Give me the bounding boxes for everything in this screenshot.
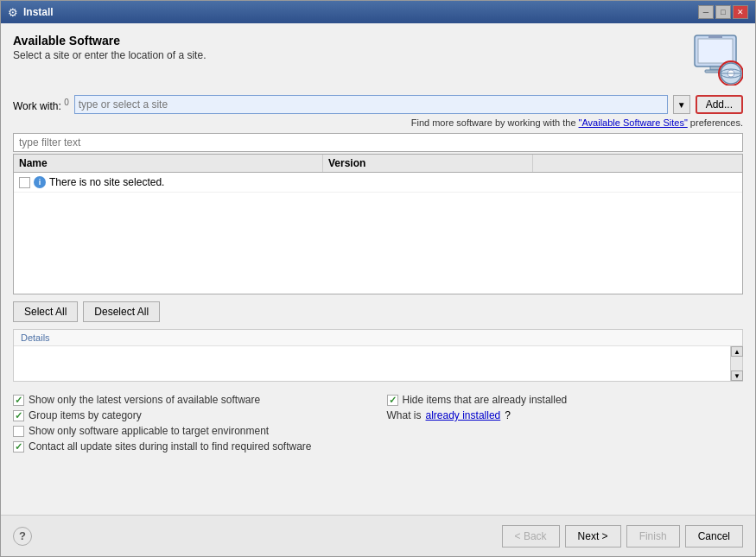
option-already-installed-link-row: What is already installed? bbox=[387, 409, 744, 421]
details-header: Details bbox=[14, 330, 742, 346]
buttons-row: Select All Deselect All bbox=[13, 301, 743, 322]
question-mark: ? bbox=[505, 409, 511, 421]
table-header: Name Version bbox=[14, 155, 742, 173]
title-bar: ⚙ Install ─ □ ✕ bbox=[1, 1, 755, 23]
table-body: i There is no site selected. bbox=[14, 173, 742, 294]
row-checkbox[interactable] bbox=[19, 177, 30, 188]
help-button[interactable]: ? bbox=[13, 527, 32, 546]
opt-contact-sites-label: Contact all update sites during install … bbox=[29, 440, 312, 453]
details-section: Details ▲ ▼ bbox=[13, 329, 743, 382]
checkmark-icon: ✓ bbox=[15, 395, 22, 406]
deselect-all-button[interactable]: Deselect All bbox=[83, 301, 160, 322]
main-content: Available Software Select a site or ente… bbox=[1, 23, 755, 515]
opt-hide-installed-label: Hide items that are already installed bbox=[403, 394, 568, 406]
svg-rect-2 bbox=[708, 35, 722, 38]
maximize-button[interactable]: □ bbox=[715, 5, 731, 19]
opt-target-env-label: Show only software applicable to target … bbox=[29, 425, 269, 437]
option-show-latest: ✓ Show only the latest versions of avail… bbox=[13, 394, 370, 406]
table-name-cell: i There is no site selected. bbox=[19, 176, 327, 188]
options-grid: ✓ Show only the latest versions of avail… bbox=[13, 394, 743, 453]
table-col-name: Name bbox=[14, 155, 323, 172]
checkmark-icon4: ✓ bbox=[15, 441, 22, 453]
table-row: i There is no site selected. bbox=[14, 173, 742, 193]
details-body: ▲ ▼ bbox=[14, 346, 742, 381]
scrollbar-down[interactable]: ▼ bbox=[731, 370, 743, 381]
details-label: Details bbox=[21, 332, 50, 343]
table-col-other bbox=[533, 155, 742, 172]
site-input[interactable] bbox=[74, 95, 668, 114]
finish-button[interactable]: Finish bbox=[626, 525, 680, 548]
opt-hide-installed-checkbox[interactable]: ✓ bbox=[387, 395, 398, 406]
checkmark-icon3: ✓ bbox=[15, 410, 22, 421]
option-group-category: ✓ Group items by category bbox=[13, 409, 370, 421]
bottom-bar: ? < Back Next > Finish Cancel bbox=[1, 515, 755, 556]
info-icon: i bbox=[34, 176, 46, 188]
back-button[interactable]: < Back bbox=[502, 525, 560, 548]
close-button[interactable]: ✕ bbox=[733, 5, 748, 19]
what-is-label: What is bbox=[387, 409, 422, 421]
opt-group-category-label: Group items by category bbox=[29, 409, 142, 421]
opt-target-env-checkbox[interactable] bbox=[13, 426, 24, 437]
available-software-sites-link[interactable]: "Available Software Sites" bbox=[579, 117, 688, 128]
opt-show-latest-label: Show only the latest versions of availab… bbox=[29, 394, 260, 406]
work-with-label: Work with: 0 bbox=[13, 98, 69, 112]
find-more-suffix: preferences. bbox=[688, 117, 743, 128]
option-target-env: Show only software applicable to target … bbox=[13, 425, 370, 437]
checkmark-icon2: ✓ bbox=[389, 395, 397, 406]
options-section: ✓ Show only the latest versions of avail… bbox=[13, 389, 743, 458]
svg-rect-1 bbox=[698, 39, 733, 63]
option-hide-installed: ✓ Hide items that are already installed bbox=[387, 394, 744, 406]
work-with-row: Work with: 0 ▼ Add... bbox=[13, 95, 743, 114]
already-installed-link[interactable]: already installed bbox=[426, 409, 501, 421]
cancel-button[interactable]: Cancel bbox=[685, 525, 743, 548]
window-title: Install bbox=[23, 6, 54, 18]
title-controls: ─ □ ✕ bbox=[698, 5, 748, 19]
work-with-sup: 0 bbox=[64, 98, 69, 107]
filter-input[interactable] bbox=[13, 133, 743, 152]
add-button[interactable]: Add... bbox=[696, 95, 743, 114]
opt-group-category-checkbox[interactable]: ✓ bbox=[13, 410, 24, 421]
scrollbar-up[interactable]: ▲ bbox=[731, 346, 743, 357]
page-header: Available Software Select a site or ente… bbox=[13, 34, 206, 61]
header-icon bbox=[688, 34, 743, 88]
find-more-prefix: Find more software by working with the bbox=[411, 117, 579, 128]
table-col-version: Version bbox=[323, 155, 533, 172]
details-scrollbar: ▲ ▼ bbox=[730, 346, 742, 381]
row-label: There is no site selected. bbox=[49, 176, 164, 188]
minimize-button[interactable]: ─ bbox=[698, 5, 714, 19]
select-all-button[interactable]: Select All bbox=[13, 301, 78, 322]
page-subtitle: Select a site or enter the location of a… bbox=[13, 49, 206, 61]
find-more-text: Find more software by working with the "… bbox=[13, 117, 743, 128]
window-icon: ⚙ bbox=[8, 6, 18, 19]
site-dropdown-button[interactable]: ▼ bbox=[673, 95, 690, 114]
next-button[interactable]: Next > bbox=[565, 525, 621, 548]
option-contact-sites: ✓ Contact all update sites during instal… bbox=[13, 440, 370, 453]
page-title: Available Software bbox=[13, 34, 206, 47]
software-table: Name Version i There is no site selected… bbox=[13, 154, 743, 294]
opt-contact-sites-checkbox[interactable]: ✓ bbox=[13, 441, 24, 453]
option-empty-row bbox=[387, 425, 744, 437]
opt-show-latest-checkbox[interactable]: ✓ bbox=[13, 395, 24, 406]
install-window: ⚙ Install ─ □ ✕ Available Software Selec… bbox=[0, 0, 756, 557]
